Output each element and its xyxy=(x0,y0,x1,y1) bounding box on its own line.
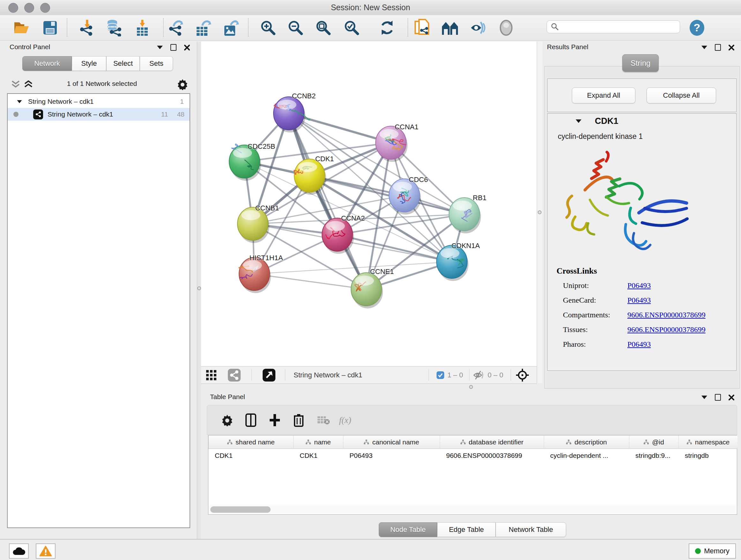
node-gloss xyxy=(453,200,472,210)
search-input[interactable] xyxy=(559,23,669,31)
splitter-handle[interactable] xyxy=(197,287,201,290)
close-panel-icon[interactable] xyxy=(184,45,190,51)
zoom-in-icon[interactable] xyxy=(259,19,277,37)
gear-icon[interactable] xyxy=(177,78,188,90)
crosslink-value-link[interactable]: 9606.ENSP00000378699 xyxy=(627,311,705,319)
node-CDC6[interactable]: CDC6 xyxy=(389,176,428,214)
table-cell[interactable]: P06493 xyxy=(343,449,440,462)
network-share-icon[interactable] xyxy=(228,367,241,383)
delete-table-icon[interactable] xyxy=(316,412,332,428)
network-grid-view-icon[interactable] xyxy=(206,367,216,383)
tab-node-table[interactable]: Node Table xyxy=(379,522,437,537)
column-header-shared-name[interactable]: shared name xyxy=(208,435,293,449)
splitter-handle[interactable] xyxy=(538,210,542,214)
apply-layout-icon[interactable] xyxy=(378,19,396,37)
zoom-out-icon[interactable] xyxy=(286,19,305,37)
column-header-name[interactable]: name xyxy=(293,435,343,449)
tab-edge-table[interactable]: Edge Table xyxy=(437,522,495,537)
import-network-database-icon[interactable] xyxy=(105,19,122,37)
node-CDK1[interactable]: CDK1 xyxy=(294,155,334,195)
fit-content-icon[interactable] xyxy=(314,19,332,37)
save-session-icon[interactable] xyxy=(41,19,59,37)
show-hide-graphics-icon[interactable] xyxy=(469,19,487,37)
network-canvas[interactable]: CCNB2CCNA1CDC25BCDK1CDC6RB1CCNB1CCNA2CDK… xyxy=(201,42,537,366)
column-header-canonical-name[interactable]: canonical name xyxy=(343,435,440,449)
collection-collapse-icon[interactable] xyxy=(17,100,22,103)
gene-section-header[interactable]: CDK1 xyxy=(548,114,736,128)
tab-style[interactable]: Style xyxy=(72,56,106,71)
birds-eye-toggle-icon[interactable] xyxy=(516,367,529,383)
table-cell[interactable]: CDK1 xyxy=(293,449,343,462)
tab-string[interactable]: String xyxy=(622,54,659,72)
column-header-namespace[interactable]: namespace xyxy=(678,435,738,449)
tab-network-table[interactable]: Network Table xyxy=(495,522,566,537)
warning-button[interactable] xyxy=(36,543,56,559)
node-gloss xyxy=(298,162,317,172)
edge-HIST1H1A-CCNE1[interactable] xyxy=(254,274,366,289)
table-horizontal-scrollbar[interactable] xyxy=(209,505,736,514)
table-cell[interactable]: 9606.ENSP00000378699 xyxy=(440,449,544,462)
float-panel-icon[interactable] xyxy=(171,44,177,51)
network-from-clipboard-icon[interactable] xyxy=(413,19,431,37)
close-panel-icon[interactable] xyxy=(729,45,734,51)
table-cell[interactable]: stringdb xyxy=(678,449,738,462)
node-RB1[interactable]: RB1 xyxy=(449,194,486,233)
show-columns-icon[interactable] xyxy=(243,412,259,428)
tab-select[interactable]: Select xyxy=(106,56,140,71)
node-CCNA1[interactable]: CCNA1 xyxy=(376,123,418,162)
network-collection-row[interactable]: String Network – cdk1 1 xyxy=(8,95,190,108)
tab-sets[interactable]: Sets xyxy=(140,56,173,71)
node-label: CDKN1A xyxy=(451,242,480,250)
section-collapse-icon[interactable] xyxy=(576,119,582,123)
delete-column-icon[interactable] xyxy=(291,412,307,428)
node-CDKN1A[interactable]: CDKN1A xyxy=(436,242,480,281)
panel-menu-icon[interactable] xyxy=(701,395,707,399)
network-graph[interactable]: CCNB2CCNA1CDC25BCDK1CDC6RB1CCNB1CCNA2CDK… xyxy=(201,42,537,366)
open-in-browser-icon[interactable] xyxy=(263,367,275,383)
function-builder-icon[interactable]: f(x) xyxy=(339,412,354,428)
float-panel-icon[interactable] xyxy=(715,394,721,401)
table-settings-icon[interactable] xyxy=(219,412,235,428)
panel-menu-icon[interactable] xyxy=(157,46,163,49)
column-header-database-identifier[interactable]: database identifier xyxy=(440,435,544,449)
network-row-selected[interactable]: String Network – cdk1 11 48 xyxy=(8,108,190,121)
export-image-icon[interactable] xyxy=(222,19,240,37)
scrollbar-thumb[interactable] xyxy=(210,506,271,513)
crosslink-value-link[interactable]: 9606.ENSP00000378699 xyxy=(627,325,705,334)
hidden-elements-icon[interactable] xyxy=(473,367,484,383)
open-session-icon[interactable] xyxy=(13,19,30,37)
table-cell[interactable]: cyclin-dependent ... xyxy=(544,449,629,462)
expand-all-button[interactable]: Expand All xyxy=(572,87,635,104)
node-CCNB1[interactable]: CCNB1 xyxy=(238,204,279,243)
crosslink-value-link[interactable]: P06493 xyxy=(627,296,651,305)
export-table-icon[interactable] xyxy=(194,19,212,37)
export-network-icon[interactable] xyxy=(167,19,185,37)
cloud-button[interactable] xyxy=(9,543,29,559)
node-CCNB2[interactable]: CCNB2 xyxy=(273,92,316,132)
import-network-file-icon[interactable] xyxy=(77,19,95,37)
birds-eye-view-icon[interactable] xyxy=(497,19,515,37)
search-field[interactable] xyxy=(547,20,680,33)
close-panel-icon[interactable] xyxy=(729,395,734,400)
table-cell[interactable]: CDK1 xyxy=(208,449,293,462)
float-panel-icon[interactable] xyxy=(715,44,721,51)
column-header-description[interactable]: description xyxy=(544,435,629,449)
create-column-icon[interactable] xyxy=(267,412,283,428)
crosslink-value-link[interactable]: P06493 xyxy=(627,281,651,290)
splitter-handle[interactable] xyxy=(469,385,473,389)
tab-network[interactable]: Network xyxy=(22,56,72,71)
node-HIST1H1A[interactable]: HIST1H1A xyxy=(239,254,283,293)
collapse-all-button[interactable]: Collapse All xyxy=(647,87,716,104)
edge-CCNB2-CCNE1[interactable] xyxy=(289,113,366,289)
panel-menu-icon[interactable] xyxy=(701,46,707,49)
zoom-selected-icon[interactable] xyxy=(343,19,360,37)
selected-elements-checkbox[interactable] xyxy=(436,367,444,383)
help-button[interactable]: ? xyxy=(688,19,706,37)
memory-button[interactable]: Memory xyxy=(689,543,736,559)
column-header-@id[interactable]: @id xyxy=(629,435,678,449)
results-panel-splitter[interactable] xyxy=(537,42,543,383)
import-table-file-icon[interactable] xyxy=(133,19,151,37)
first-neighbors-icon[interactable] xyxy=(441,19,459,37)
crosslink-value-link[interactable]: P06493 xyxy=(627,340,651,349)
table-cell[interactable]: stringdb:9... xyxy=(629,449,678,462)
